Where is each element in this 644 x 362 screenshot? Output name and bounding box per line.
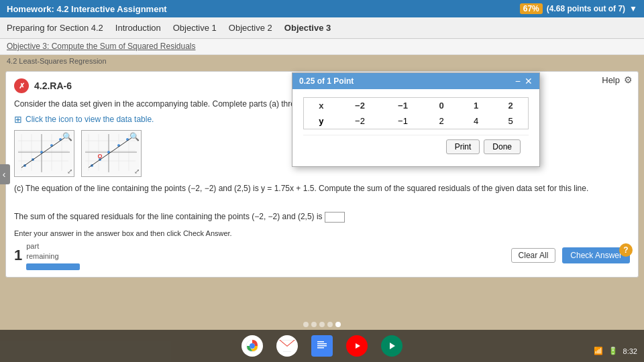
nav-bar: Preparing for Section 4.2 Introduction O… [0, 17, 644, 39]
problem-id: 4.2.RA-6 [34, 80, 72, 91]
docs-icon[interactable] [311, 335, 333, 357]
modal-title: 0.25 of 1 Point [299, 76, 354, 86]
score-area: 67% (4.68 points out of 7) ▼ [520, 3, 637, 14]
play-store-icon[interactable] [381, 335, 402, 357]
y-val-3: 2 [424, 113, 458, 129]
svg-rect-40 [317, 343, 327, 345]
taskbar-dots [303, 322, 341, 327]
zoom-icon-2[interactable]: 🔍 [129, 132, 140, 141]
help-circle-button[interactable]: ? [619, 243, 633, 257]
title-bar: Homework: 4.2 Interactive Assignment 67%… [0, 0, 644, 17]
settings-button[interactable]: ⚙ [624, 74, 633, 85]
score-detail: (4.68 points out of 7) [547, 4, 625, 13]
part-c-answer: The sum of the squared residuals for the… [14, 210, 630, 223]
y-val-1: −2 [338, 113, 381, 129]
taskbar [0, 330, 644, 362]
expand-icon-1[interactable]: ⤢ [67, 168, 72, 175]
score-percent: 67% [520, 3, 543, 14]
nav-introduction[interactable]: Introduction [115, 23, 161, 33]
modal-table-container: x −2 −1 0 1 2 y −2 −1 2 4 5 [303, 97, 529, 129]
help-area: Help ⚙ [602, 74, 633, 85]
youtube-icon[interactable] [346, 335, 368, 357]
table-row-y: y −2 −1 2 4 5 [304, 113, 528, 129]
modal-footer: Print Done [303, 135, 529, 158]
table-icon[interactable]: ⊞ [14, 114, 22, 125]
enter-answer-text: Enter your answer in the answer box and … [14, 229, 630, 237]
modal-table: x −2 −1 0 1 2 y −2 −1 2 4 5 [304, 98, 528, 129]
x-val-2: −1 [381, 98, 424, 113]
nav-objective1[interactable]: Objective 1 [173, 23, 217, 33]
part-remaining: 1 part remaining [14, 241, 80, 270]
part-number: 1 [14, 247, 22, 264]
print-button[interactable]: Print [446, 139, 480, 154]
dot-4[interactable] [327, 322, 333, 327]
bottom-row: 1 part remaining Clear All Check Answer [14, 241, 630, 270]
y-label: y [304, 113, 338, 129]
table-row-x: x −2 −1 0 1 2 [304, 98, 528, 113]
x-label: x [304, 98, 338, 113]
wifi-icon: 📶 [594, 347, 603, 355]
nav-objective2[interactable]: Objective 2 [229, 23, 272, 33]
dot-2[interactable] [311, 322, 317, 327]
section-label: 4.2 Least-Squares Regression [0, 55, 644, 68]
x-val-3: 0 [424, 98, 458, 113]
y-val-2: −1 [381, 113, 424, 129]
time-display: 8:32 [623, 347, 637, 355]
battery-icon: 🔋 [608, 347, 618, 355]
breadcrumb: Objective 3: Compute the Sum of Squared … [0, 39, 644, 55]
gmail-icon[interactable] [276, 335, 298, 357]
svg-rect-39 [317, 341, 324, 343]
help-button[interactable]: Help [602, 75, 620, 85]
dropdown-icon[interactable]: ▼ [629, 4, 637, 13]
app-title: Homework: 4.2 Interactive Assignment [7, 4, 167, 14]
y-val-5: 5 [493, 113, 528, 129]
x-val-1: −2 [338, 98, 381, 113]
progress-bar [26, 263, 80, 270]
chrome-icon[interactable] [241, 335, 263, 357]
y-val-4: 4 [459, 113, 493, 129]
data-modal: 0.25 of 1 Point − ✕ x −2 −1 0 1 2 y −2 −… [292, 72, 540, 167]
dot-1[interactable] [303, 322, 309, 327]
clear-all-button[interactable]: Clear All [511, 248, 556, 263]
nav-objective3[interactable]: Objective 3 [284, 23, 331, 33]
zoom-icon-1[interactable]: 🔍 [62, 132, 72, 141]
dot-5[interactable] [335, 322, 341, 327]
done-button[interactable]: Done [484, 139, 521, 154]
part-c-text: (c) The equation of the line containing … [14, 182, 630, 194]
x-val-4: 1 [459, 98, 493, 113]
modal-controls: − ✕ [515, 76, 533, 86]
x-val-5: 2 [493, 98, 528, 113]
svg-rect-41 [317, 345, 327, 347]
modal-minimize-button[interactable]: − [515, 76, 521, 86]
modal-body: x −2 −1 0 1 2 y −2 −1 2 4 5 Print [292, 89, 539, 166]
bottom-right: 📶 🔋 8:32 [594, 347, 637, 355]
graph-thumb-1: 🔍 ⤢ [14, 130, 74, 177]
svg-rect-42 [317, 347, 324, 349]
nav-preparing[interactable]: Preparing for Section 4.2 [7, 23, 103, 33]
modal-close-button[interactable]: ✕ [525, 76, 533, 86]
modal-header: 0.25 of 1 Point − ✕ [292, 73, 539, 89]
problem-icon: ✗ [14, 78, 29, 93]
graph-thumb-2: 🔍 ⤢ [81, 130, 142, 177]
prev-arrow[interactable]: ‹ [0, 164, 10, 184]
part-label-area: part remaining [26, 241, 80, 270]
inline-answer-input[interactable] [325, 212, 345, 223]
svg-point-36 [250, 343, 255, 349]
expand-icon-2[interactable]: ⤢ [134, 168, 140, 175]
dot-3[interactable] [319, 322, 325, 327]
